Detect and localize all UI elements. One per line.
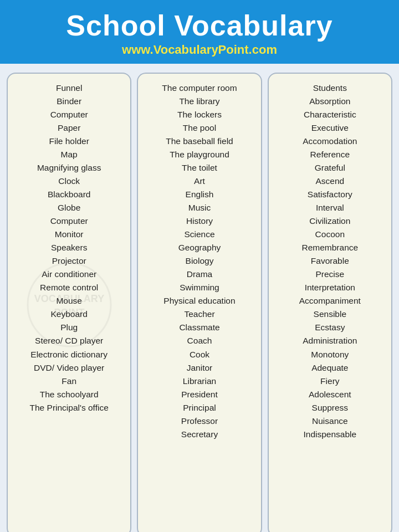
list-item: Electronic dictionary [12, 348, 126, 361]
list-item: Fiery [273, 375, 387, 388]
list-item: Reference [273, 148, 387, 161]
list-item: The schoolyard [12, 388, 126, 401]
list-item: Magnifying glass [12, 161, 126, 175]
list-item: English [142, 188, 256, 201]
list-item: The lockers [142, 108, 256, 121]
list-item: Computer [12, 214, 126, 228]
column-2: The computer roomThe libraryThe lockersT… [137, 73, 262, 532]
list-item: Ecstasy [273, 321, 387, 334]
list-item: Librarian [142, 375, 256, 388]
list-item: Janitor [142, 361, 256, 375]
list-item: Remembrance [273, 241, 387, 254]
list-item: Coach [142, 334, 256, 347]
list-item: Ascend [273, 175, 387, 188]
list-item: The Principal's office [12, 401, 126, 415]
list-item: The pool [142, 121, 256, 135]
list-item: Sensible [273, 308, 387, 321]
list-item: Science [142, 228, 256, 241]
list-item: Favorable [273, 254, 387, 268]
list-item: President [142, 388, 256, 401]
list-item: Mouse [12, 294, 126, 308]
list-item: Grateful [273, 161, 387, 175]
list-item: Stereo/ CD player [12, 334, 126, 347]
list-item: Classmate [142, 321, 256, 334]
list-item: Administration [273, 334, 387, 347]
list-item: Fan [12, 375, 126, 388]
list-item: Biology [142, 254, 256, 268]
list-item: Swimming [142, 281, 256, 294]
list-item: Secretary [142, 428, 256, 441]
page-title: School Vocabulary [11, 10, 388, 42]
list-item: Professor [142, 415, 256, 428]
list-item: Adolescent [273, 388, 387, 401]
list-item: Music [142, 201, 256, 214]
list-item: DVD/ Video player [12, 361, 126, 375]
list-item: Blackboard [12, 188, 126, 201]
list-item: Absorption [273, 95, 387, 108]
list-item: Principal [142, 401, 256, 415]
list-item: Interpretation [273, 281, 387, 294]
list-item: The toilet [142, 161, 256, 175]
list-item: Funnel [12, 81, 126, 95]
list-item: Map [12, 148, 126, 161]
list-item: Accomodation [273, 135, 387, 148]
column-3: StudentsAbsorptionCharacteristicExecutiv… [268, 73, 392, 532]
list-item: Monotony [273, 348, 387, 361]
list-item: The playground [142, 148, 256, 161]
list-item: Keyboard [12, 308, 126, 321]
list-item: Adequate [273, 361, 387, 375]
content-area: VOCABULARY POINT FunnelBinderComputerPap… [0, 64, 399, 532]
list-item: The computer room [142, 81, 256, 95]
list-item: History [142, 214, 256, 228]
list-item: Plug [12, 321, 126, 334]
list-item: Students [273, 81, 387, 95]
list-item: Monitor [12, 228, 126, 241]
list-item: The baseball field [142, 135, 256, 148]
list-item: Globe [12, 201, 126, 214]
list-item: Paper [12, 121, 126, 135]
list-item: Cocoon [273, 228, 387, 241]
website-url: www.VocabularyPoint.com [11, 43, 388, 57]
list-item: Teacher [142, 308, 256, 321]
list-item: Executive [273, 121, 387, 135]
list-item: Satisfactory [273, 188, 387, 201]
list-item: The library [142, 95, 256, 108]
list-item: Speakers [12, 241, 126, 254]
list-item: Remote control [12, 281, 126, 294]
list-item: Civilization [273, 214, 387, 228]
list-item: Cook [142, 348, 256, 361]
list-item: Clock [12, 175, 126, 188]
list-item: Physical education [142, 294, 256, 308]
list-item: Binder [12, 95, 126, 108]
list-item: Precise [273, 268, 387, 281]
list-item: Projector [12, 254, 126, 268]
list-item: Computer [12, 108, 126, 121]
list-item: File holder [12, 135, 126, 148]
list-item: Accompaniment [273, 294, 387, 308]
list-item: Characteristic [273, 108, 387, 121]
list-item: Indispensable [273, 428, 387, 441]
list-item: Suppress [273, 401, 387, 415]
list-item: Air conditioner [12, 268, 126, 281]
list-item: Interval [273, 201, 387, 214]
column-1: VOCABULARY POINT FunnelBinderComputerPap… [7, 73, 131, 532]
list-item: Nuisance [273, 415, 387, 428]
list-item: Art [142, 175, 256, 188]
list-item: Drama [142, 268, 256, 281]
header: School Vocabulary www.VocabularyPoint.co… [0, 0, 399, 64]
list-item: Geography [142, 241, 256, 254]
